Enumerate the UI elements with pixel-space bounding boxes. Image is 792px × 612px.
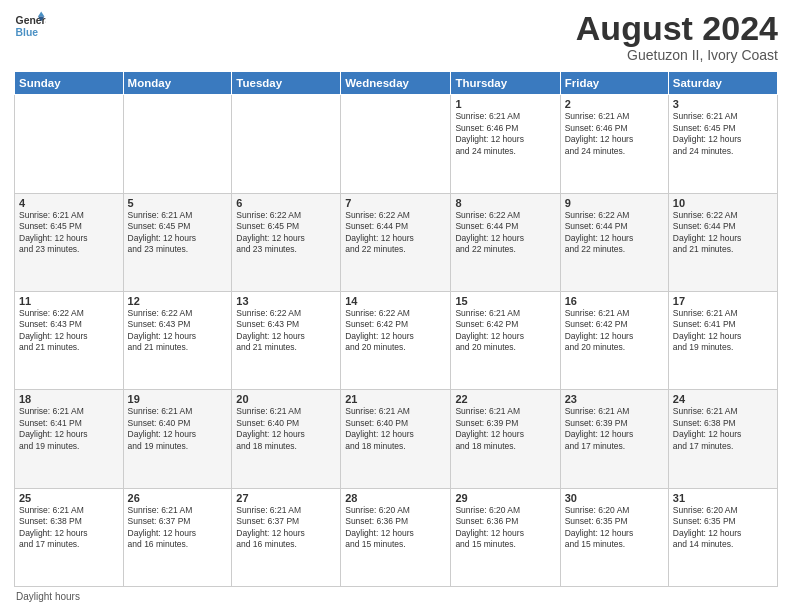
day-number: 20: [236, 393, 336, 405]
calendar-cell: 30Sunrise: 6:20 AM Sunset: 6:35 PM Dayli…: [560, 488, 668, 586]
day-number: 28: [345, 492, 446, 504]
day-info: Sunrise: 6:22 AM Sunset: 6:44 PM Dayligh…: [455, 210, 555, 256]
calendar-cell: 12Sunrise: 6:22 AM Sunset: 6:43 PM Dayli…: [123, 292, 232, 390]
day-number: 13: [236, 295, 336, 307]
calendar-cell: [341, 95, 451, 193]
day-info: Sunrise: 6:21 AM Sunset: 6:37 PM Dayligh…: [236, 505, 336, 551]
day-info: Sunrise: 6:20 AM Sunset: 6:36 PM Dayligh…: [345, 505, 446, 551]
day-info: Sunrise: 6:21 AM Sunset: 6:39 PM Dayligh…: [455, 406, 555, 452]
day-info: Sunrise: 6:20 AM Sunset: 6:36 PM Dayligh…: [455, 505, 555, 551]
calendar-cell: 18Sunrise: 6:21 AM Sunset: 6:41 PM Dayli…: [15, 390, 124, 488]
day-number: 1: [455, 98, 555, 110]
location-title: Guetuzon II, Ivory Coast: [576, 47, 778, 63]
calendar-cell: 14Sunrise: 6:22 AM Sunset: 6:42 PM Dayli…: [341, 292, 451, 390]
calendar-cell: 26Sunrise: 6:21 AM Sunset: 6:37 PM Dayli…: [123, 488, 232, 586]
day-info: Sunrise: 6:21 AM Sunset: 6:46 PM Dayligh…: [565, 111, 664, 157]
calendar-cell: [123, 95, 232, 193]
calendar-cell: 7Sunrise: 6:22 AM Sunset: 6:44 PM Daylig…: [341, 193, 451, 291]
calendar-cell: 13Sunrise: 6:22 AM Sunset: 6:43 PM Dayli…: [232, 292, 341, 390]
day-number: 4: [19, 197, 119, 209]
day-header-wednesday: Wednesday: [341, 72, 451, 95]
day-number: 21: [345, 393, 446, 405]
calendar-cell: 9Sunrise: 6:22 AM Sunset: 6:44 PM Daylig…: [560, 193, 668, 291]
calendar-cell: 4Sunrise: 6:21 AM Sunset: 6:45 PM Daylig…: [15, 193, 124, 291]
calendar-cell: 15Sunrise: 6:21 AM Sunset: 6:42 PM Dayli…: [451, 292, 560, 390]
day-number: 23: [565, 393, 664, 405]
svg-text:Blue: Blue: [16, 27, 39, 38]
footer-note: Daylight hours: [14, 591, 778, 602]
day-number: 30: [565, 492, 664, 504]
day-header-monday: Monday: [123, 72, 232, 95]
day-info: Sunrise: 6:22 AM Sunset: 6:44 PM Dayligh…: [345, 210, 446, 256]
day-number: 26: [128, 492, 228, 504]
day-info: Sunrise: 6:20 AM Sunset: 6:35 PM Dayligh…: [565, 505, 664, 551]
calendar-cell: 5Sunrise: 6:21 AM Sunset: 6:45 PM Daylig…: [123, 193, 232, 291]
calendar-cell: 8Sunrise: 6:22 AM Sunset: 6:44 PM Daylig…: [451, 193, 560, 291]
day-info: Sunrise: 6:21 AM Sunset: 6:42 PM Dayligh…: [565, 308, 664, 354]
day-number: 8: [455, 197, 555, 209]
day-number: 17: [673, 295, 773, 307]
day-number: 12: [128, 295, 228, 307]
day-number: 25: [19, 492, 119, 504]
day-info: Sunrise: 6:21 AM Sunset: 6:40 PM Dayligh…: [345, 406, 446, 452]
day-number: 5: [128, 197, 228, 209]
day-info: Sunrise: 6:20 AM Sunset: 6:35 PM Dayligh…: [673, 505, 773, 551]
week-row-4: 18Sunrise: 6:21 AM Sunset: 6:41 PM Dayli…: [15, 390, 778, 488]
day-number: 6: [236, 197, 336, 209]
week-row-5: 25Sunrise: 6:21 AM Sunset: 6:38 PM Dayli…: [15, 488, 778, 586]
day-number: 2: [565, 98, 664, 110]
day-header-thursday: Thursday: [451, 72, 560, 95]
day-number: 31: [673, 492, 773, 504]
day-header-friday: Friday: [560, 72, 668, 95]
day-info: Sunrise: 6:22 AM Sunset: 6:45 PM Dayligh…: [236, 210, 336, 256]
week-row-3: 11Sunrise: 6:22 AM Sunset: 6:43 PM Dayli…: [15, 292, 778, 390]
day-info: Sunrise: 6:21 AM Sunset: 6:42 PM Dayligh…: [455, 308, 555, 354]
calendar-cell: 1Sunrise: 6:21 AM Sunset: 6:46 PM Daylig…: [451, 95, 560, 193]
calendar-cell: 23Sunrise: 6:21 AM Sunset: 6:39 PM Dayli…: [560, 390, 668, 488]
calendar-cell: 20Sunrise: 6:21 AM Sunset: 6:40 PM Dayli…: [232, 390, 341, 488]
calendar-cell: [232, 95, 341, 193]
day-number: 27: [236, 492, 336, 504]
calendar-cell: [15, 95, 124, 193]
page: General Blue August 2024 Guetuzon II, Iv…: [0, 0, 792, 612]
calendar-table: SundayMondayTuesdayWednesdayThursdayFrid…: [14, 71, 778, 587]
day-header-tuesday: Tuesday: [232, 72, 341, 95]
calendar-cell: 24Sunrise: 6:21 AM Sunset: 6:38 PM Dayli…: [668, 390, 777, 488]
calendar-cell: 3Sunrise: 6:21 AM Sunset: 6:45 PM Daylig…: [668, 95, 777, 193]
calendar-cell: 10Sunrise: 6:22 AM Sunset: 6:44 PM Dayli…: [668, 193, 777, 291]
week-row-2: 4Sunrise: 6:21 AM Sunset: 6:45 PM Daylig…: [15, 193, 778, 291]
day-info: Sunrise: 6:21 AM Sunset: 6:41 PM Dayligh…: [673, 308, 773, 354]
day-info: Sunrise: 6:22 AM Sunset: 6:44 PM Dayligh…: [565, 210, 664, 256]
day-info: Sunrise: 6:21 AM Sunset: 6:45 PM Dayligh…: [673, 111, 773, 157]
day-number: 18: [19, 393, 119, 405]
day-number: 10: [673, 197, 773, 209]
day-number: 14: [345, 295, 446, 307]
day-info: Sunrise: 6:21 AM Sunset: 6:40 PM Dayligh…: [236, 406, 336, 452]
title-block: August 2024 Guetuzon II, Ivory Coast: [576, 10, 778, 63]
week-row-1: 1Sunrise: 6:21 AM Sunset: 6:46 PM Daylig…: [15, 95, 778, 193]
calendar-cell: 2Sunrise: 6:21 AM Sunset: 6:46 PM Daylig…: [560, 95, 668, 193]
day-info: Sunrise: 6:21 AM Sunset: 6:38 PM Dayligh…: [19, 505, 119, 551]
calendar-cell: 27Sunrise: 6:21 AM Sunset: 6:37 PM Dayli…: [232, 488, 341, 586]
calendar-cell: 21Sunrise: 6:21 AM Sunset: 6:40 PM Dayli…: [341, 390, 451, 488]
logo: General Blue: [14, 10, 46, 42]
calendar-cell: 19Sunrise: 6:21 AM Sunset: 6:40 PM Dayli…: [123, 390, 232, 488]
day-number: 19: [128, 393, 228, 405]
day-info: Sunrise: 6:21 AM Sunset: 6:45 PM Dayligh…: [19, 210, 119, 256]
header: General Blue August 2024 Guetuzon II, Iv…: [14, 10, 778, 63]
day-info: Sunrise: 6:21 AM Sunset: 6:37 PM Dayligh…: [128, 505, 228, 551]
day-number: 29: [455, 492, 555, 504]
day-info: Sunrise: 6:22 AM Sunset: 6:42 PM Dayligh…: [345, 308, 446, 354]
day-number: 3: [673, 98, 773, 110]
day-number: 16: [565, 295, 664, 307]
calendar-cell: 16Sunrise: 6:21 AM Sunset: 6:42 PM Dayli…: [560, 292, 668, 390]
day-number: 15: [455, 295, 555, 307]
day-info: Sunrise: 6:21 AM Sunset: 6:38 PM Dayligh…: [673, 406, 773, 452]
day-number: 22: [455, 393, 555, 405]
day-info: Sunrise: 6:21 AM Sunset: 6:46 PM Dayligh…: [455, 111, 555, 157]
day-number: 7: [345, 197, 446, 209]
calendar-cell: 29Sunrise: 6:20 AM Sunset: 6:36 PM Dayli…: [451, 488, 560, 586]
calendar-cell: 31Sunrise: 6:20 AM Sunset: 6:35 PM Dayli…: [668, 488, 777, 586]
day-number: 11: [19, 295, 119, 307]
calendar-cell: 28Sunrise: 6:20 AM Sunset: 6:36 PM Dayli…: [341, 488, 451, 586]
